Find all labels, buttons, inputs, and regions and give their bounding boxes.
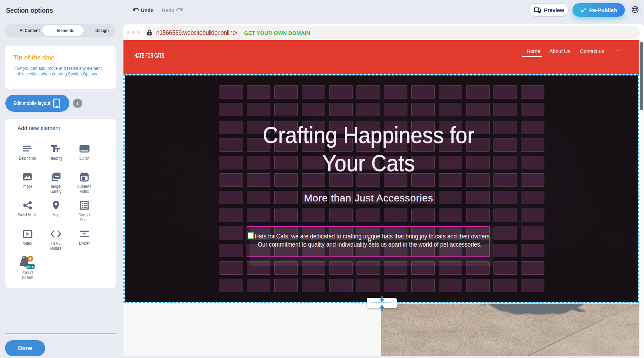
svg-text:SHOP: SHOP xyxy=(26,265,35,269)
